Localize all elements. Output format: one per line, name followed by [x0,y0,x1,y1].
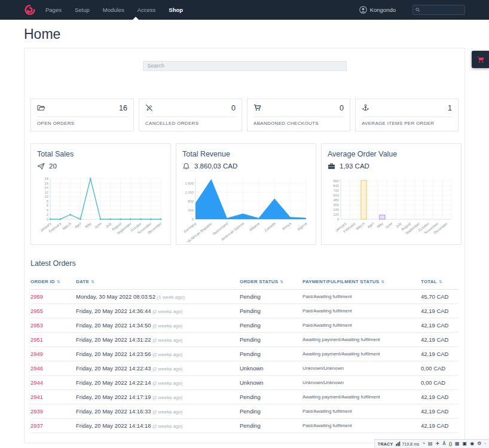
dashboard-search-input[interactable] [143,61,347,71]
column-header-date[interactable]: DATE⇅ [76,275,240,289]
svg-text:June: June [94,221,102,229]
order-total-cell: 0,00 CAD [421,361,459,375]
font-info-icon[interactable]: Å [442,441,445,446]
svg-text:April: April [74,222,82,229]
order-status-cell: Unknown [240,361,302,375]
pen-slash-icon [145,104,153,112]
bar-chart-icon [396,441,401,446]
nav-item-access[interactable]: Access [137,7,156,13]
order-date-cell: Friday, 20 May 2022 14:17:19 (2 weeks ag… [76,390,240,404]
power-icon[interactable]: ◉ [470,441,474,446]
column-header-payment-status[interactable]: PAYMENT/FULFILMENT STATUS⇅ [302,275,421,289]
folder-open-icon [37,104,45,112]
svg-text:July: July [105,222,112,228]
column-header-total[interactable]: TOTAL⇅ [421,275,459,289]
order-total-cell: 42,19 CAD [421,318,459,332]
order-date-ago: (2 weeks ago) [152,409,182,415]
column-header-order-id[interactable]: ORDER ID⇅ [30,275,76,289]
navbar-search-input[interactable] [420,7,462,13]
dumps-file-icon[interactable]: ▤ [428,441,433,446]
order-id-link[interactable]: 2946 [30,365,43,372]
order-total-cell: 42,19 CAD [421,304,459,318]
nav-item-modules[interactable]: Modules [103,7,124,13]
collapse-icon[interactable]: › [484,441,486,446]
order-id-link[interactable]: 2939 [30,408,43,415]
gear-icon[interactable]: ⚙ [477,441,481,446]
bin-icon[interactable]: ▦ [455,441,460,446]
briefcase-icon [328,162,335,170]
svg-text:May: May [376,222,384,229]
anchor-icon [362,104,369,112]
stat-label: AVERAGE ITEMS PER ORDER [362,116,452,131]
orders-table-body: 2959 Monday, 30 May 2022 08:03:52 (1 wee… [30,290,459,433]
order-payment-status-cell: Paid/Awaiting fulfilment [302,419,421,432]
bell-icon [182,162,190,170]
nav-item-shop[interactable]: Shop [169,7,183,13]
order-id-link[interactable]: 2949 [30,351,43,357]
svg-text:0: 0 [337,217,339,221]
order-date-ago: (2 weeks ago) [152,323,182,329]
user-menu[interactable]: Kongondo [359,6,396,14]
chart-card-average-order-value: Average Order Value 1,93 CAD 01202403604… [321,143,462,245]
svg-text:June: June [384,221,393,229]
svg-text:18: 18 [45,177,48,180]
svg-text:1.200: 1.200 [185,190,194,194]
orders-table: ORDER ID⇅ DATE⇅ ORDER STATUS⇅ PAYMENT/FU… [30,275,459,433]
order-id-link[interactable]: 2955 [30,308,43,314]
svg-text:240: 240 [333,208,339,211]
order-total-cell: 42,19 CAD [421,390,459,404]
order-id-link[interactable]: 2959 [30,293,43,300]
svg-text:960: 960 [333,179,339,183]
pw-panel-icon[interactable]: ▣ [463,441,467,446]
svg-text:840: 840 [333,184,339,188]
svg-text:April: April [366,222,374,229]
stat-card-abandoned-checkouts: 0 ABANDONED CHECKOUTS [247,99,350,131]
clock-icon[interactable]: ◔ [422,441,425,446]
svg-text:Algeria: Algeria [297,221,308,231]
svg-text:March: March [62,222,72,231]
order-date-ago: (2 weeks ago) [152,424,182,429]
column-header-order-status[interactable]: ORDER STATUS⇅ [240,275,302,289]
shop-cart-fab-button[interactable] [472,51,489,68]
order-date-ago: (2 weeks ago) [152,381,182,386]
svg-text:720: 720 [333,189,339,192]
stat-value: 0 [340,104,344,112]
order-id-cell: 2946 [30,361,76,375]
order-id-cell: 2959 [30,290,76,303]
order-id-link[interactable]: 2937 [30,422,43,429]
nav-item-setup[interactable]: Setup [75,7,90,13]
chart-title: Total Sales [37,150,164,158]
braces-icon[interactable]: {} [449,441,452,446]
chart-stat-value: 20 [49,162,57,170]
order-id-link[interactable]: 2944 [30,379,43,386]
order-date-cell: Friday, 20 May 2022 14:31:22 (2 weeks ag… [76,333,240,346]
rocket-icon[interactable]: ✈ [436,441,440,446]
tracy-load-time: 719.8 ms [396,441,419,446]
order-row: 2937 Friday, 20 May 2022 14:14:18 (2 wee… [30,419,459,433]
order-row: 2939 Friday, 20 May 2022 14:16:33 (2 wee… [30,404,459,419]
chart-stat-value: 1,93 CAD [340,162,369,170]
svg-text:10: 10 [45,195,48,198]
svg-text:1.600: 1.600 [185,181,194,185]
svg-text:400: 400 [188,208,194,211]
dashboard-search [25,48,464,76]
active-tab-caret [133,17,139,20]
order-row: 2955 Friday, 20 May 2022 14:36:44 (2 wee… [30,304,459,318]
order-total-cell: 42,19 CAD [421,333,459,346]
stat-card-average-items: 1 AVERAGE ITEMS PER ORDER [355,99,459,131]
order-id-link[interactable]: 2953 [30,322,43,329]
total-sales-chart: 024681012141618JanuaryFebruaryMarchApril… [37,175,164,242]
order-row: 2944 Friday, 20 May 2022 14:22:14 (2 wee… [30,376,459,390]
order-id-link[interactable]: 2951 [30,336,43,343]
svg-text:800: 800 [188,199,194,202]
order-total-cell: 0,00 CAD [421,376,459,389]
svg-text:8: 8 [47,199,48,202]
processwire-logo-icon[interactable] [24,4,36,16]
order-payment-status-cell: Unknown/Unknown [302,376,421,389]
cart-icon [253,104,261,112]
stat-label: ABANDONED CHECKOUTS [253,116,344,131]
tracy-debug-bar: TRACY 719.8 ms ◔▤✈Å{}▦▣◉⚙› [374,439,489,448]
order-id-link[interactable]: 2941 [30,394,43,400]
order-id-cell: 2949 [30,347,76,361]
nav-item-pages[interactable]: Pages [45,7,62,13]
